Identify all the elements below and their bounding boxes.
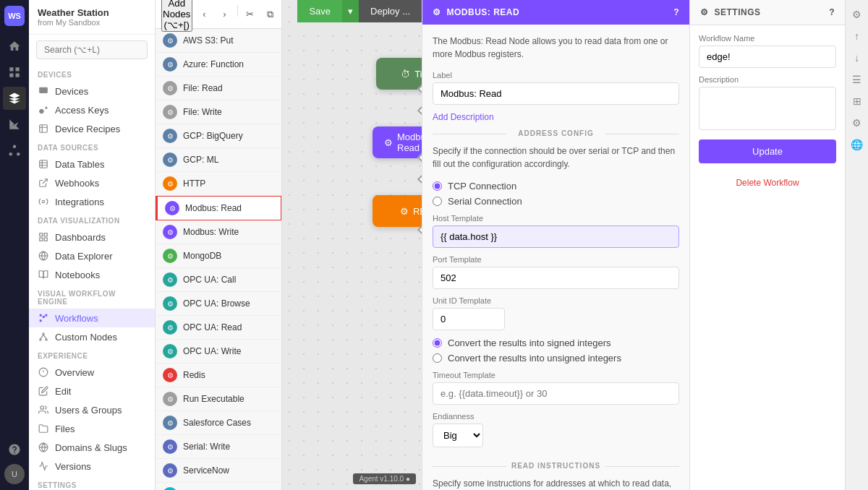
sidebar-item-files[interactable]: Files [29,419,155,438]
sidebar-item-dashboards[interactable]: Dashboards [29,228,155,246]
node-item[interactable]: ⚙Serial: Write [156,435,281,459]
sidebar-item-overview[interactable]: Overview [29,363,155,382]
right-grid-icon[interactable]: ⊞ [848,93,866,110]
serial-radio[interactable] [433,197,442,206]
search-input[interactable] [36,40,148,59]
node-item[interactable]: ⚙Salesforce Cases [156,411,281,435]
deploy-button[interactable]: Deploy ... [359,0,422,22]
forward-button[interactable]: › [216,5,234,24]
sidebar-item-edit[interactable]: Edit [29,382,155,400]
node-panel-header: ⚙ MODBUS: READ ? [422,0,689,25]
right-globe-icon[interactable]: 🌐 [848,136,866,153]
dashboard-icon [38,231,49,243]
top-action-bar: Save ▾ Deploy ... [297,0,422,22]
right-arrow-down-icon[interactable]: ↓ [848,49,866,66]
node-item[interactable]: ⚙MongoDB [156,244,281,268]
endianness-select[interactable]: Big Little [433,424,483,447]
node-item[interactable]: ⚙File: Write [156,100,281,124]
description-textarea[interactable] [699,87,836,130]
timeout-input[interactable] [433,382,679,405]
node-item[interactable]: ⚙GCP: ML [156,148,281,172]
workflow-name-input[interactable] [699,46,836,68]
nav-nodes[interactable] [3,139,26,162]
nav-home[interactable] [3,35,26,58]
tcp-label: TCP Connection [448,181,516,192]
node-item[interactable]: ⚙OPC UA: Browse [156,292,281,316]
tcp-radio[interactable] [433,181,442,191]
add-description-link[interactable]: Add Description [433,112,679,122]
sidebar-item-access-keys[interactable]: Access Keys [29,100,155,119]
node-item[interactable]: ⚙Modbus: Write [156,220,281,244]
settings-help-icon[interactable]: ? [829,7,835,17]
node-item[interactable]: ⚙Modbus: Read [156,196,281,220]
timer-node[interactable]: ⏱ Timer [376,58,422,90]
right-list-icon[interactable]: ☰ [848,71,866,88]
port-template-input[interactable] [433,267,679,289]
sidebar-item-integrations[interactable]: Integrations [29,192,155,211]
signed-radio[interactable] [433,338,442,348]
right-settings-icon[interactable]: ⚙ [848,6,866,23]
host-template-input[interactable] [433,225,679,248]
node-item[interactable]: ⚙Redis [156,364,281,387]
node-item[interactable]: ⚙Azure: Function [156,53,281,77]
save-button[interactable]: Save [297,0,342,22]
serial-radio-item: Serial Connection [433,196,679,207]
back-button[interactable]: ‹ [195,5,214,24]
unsigned-radio[interactable] [433,353,442,363]
endianness-label: Endianness [433,412,679,421]
workflow-section-label: VISUAL WORKFLOW ENGINE [29,284,155,309]
node-item[interactable]: ⚙Run Executable [156,387,281,411]
svg-rect-8 [44,233,47,236]
node-item[interactable]: ⚙GCP: BigQuery [156,124,281,148]
sidebar-item-custom-nodes[interactable]: Custom Nodes [29,327,155,346]
files-icon [38,423,49,434]
node-item[interactable]: ⚙OPC UA: Read [156,316,281,340]
node-item[interactable]: ⚙File: Read [156,77,281,100]
node-list-header: Add Nodes (⌥+[) ‹ › ✂ ⧉ 📋 ↩ ↪ 🔍 + ⊡ ⊞ 📷 [156,0,281,29]
save-dropdown-button[interactable]: ▾ [342,0,359,22]
sidebar-item-users-groups[interactable]: Users & Groups [29,400,155,419]
svg-line-17 [43,335,46,339]
experience-section-label: EXPERIENCE [29,346,155,363]
unit-id-input[interactable] [433,308,505,330]
nav-chart[interactable] [3,113,26,136]
svg-point-21 [41,406,44,410]
sidebar-item-workflows[interactable]: Workflows [29,309,155,327]
nav-question[interactable] [3,438,26,461]
read-icon: ⚙ [400,206,409,217]
copy-button[interactable]: ⧉ [261,5,280,24]
modbus-node[interactable]: ⚙ Modbus: Read [373,126,422,158]
sidebar-item-versions[interactable]: Versions [29,457,155,476]
explorer-icon [38,250,49,262]
sidebar-item-devices[interactable]: Devices [29,82,155,100]
canvas-content[interactable]: ⏱ Timer ⚙ Modbus: Read ⚙ READ Agent v1.1… [282,0,422,490]
port-template-label: Port Template [433,255,679,264]
read-node[interactable]: ⚙ READ [373,195,422,227]
node-item[interactable]: ⚙ServiceNow [156,459,281,483]
sidebar-item-data-explorer[interactable]: Data Explorer [29,246,155,265]
node-item[interactable]: ⚙AWS S3: Put [156,29,281,53]
nav-grid[interactable] [3,61,26,84]
panel-help-icon[interactable]: ? [673,7,679,17]
sidebar-item-domains-slugs[interactable]: Domains & Slugs [29,438,155,457]
nav-cube[interactable] [3,87,26,110]
right-settings2-icon[interactable]: ⚙ [848,114,866,132]
update-button[interactable]: Update [699,139,836,163]
sidebar-item-data-tables[interactable]: Data Tables [29,155,155,173]
node-config-panel: ⚙ MODBUS: READ ? The Modbus: Read Node a… [422,0,689,490]
agent-badge: Agent v1.10.0 ● [353,473,416,484]
sidebar-item-device-recipes[interactable]: Device Recipes [29,119,155,138]
delete-workflow-link[interactable]: Delete Workflow [699,178,836,188]
node-item[interactable]: ⚙SQL [156,483,281,490]
node-item[interactable]: ⚙OPC UA: Write [156,340,281,364]
node-item[interactable]: ⚙OPC UA: Call [156,268,281,292]
node-item[interactable]: ⚙HTTP [156,172,281,196]
cut-button[interactable]: ✂ [241,5,260,24]
sidebar-item-notebooks[interactable]: Notebooks [29,265,155,284]
sidebar-item-webhooks[interactable]: Webhooks [29,173,155,192]
label-input[interactable] [433,82,679,105]
right-arrow-icon[interactable]: ↑ [848,27,866,45]
add-nodes-button[interactable]: Add Nodes (⌥+[) [161,0,192,32]
user-avatar[interactable]: U [4,464,25,484]
key-icon [38,104,49,116]
